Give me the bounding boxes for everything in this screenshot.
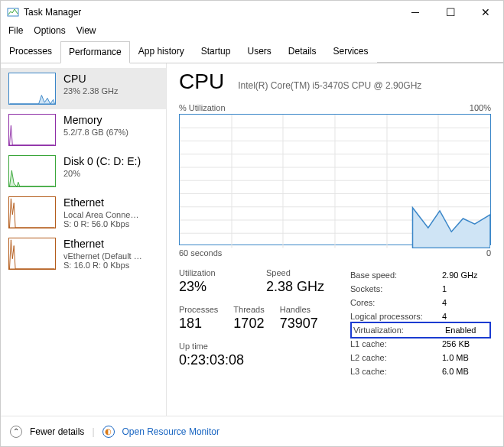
kv-val: 4: [442, 296, 485, 309]
cpu-model: Intel(R) Core(TM) i5-3470S CPU @ 2.90GHz: [238, 80, 421, 91]
page-title: CPU: [179, 70, 224, 94]
ethernet-thumb: [8, 238, 56, 270]
menubar: File Options View: [1, 24, 503, 40]
xaxis-right: 0: [486, 248, 491, 258]
stat-value: 23%: [179, 279, 248, 295]
content: CPU 23% 2.38 GHz Memory 5.2/7.8 GB (67%)…: [1, 63, 503, 416]
menu-view[interactable]: View: [76, 25, 96, 36]
kv-key: Base speed:: [350, 268, 434, 282]
close-button[interactable]: ✕: [468, 1, 503, 24]
kv-val: 1.0 MB: [442, 351, 485, 364]
stat-label: Utilization: [179, 268, 248, 277]
util-label: % Utilization: [179, 103, 226, 112]
minimize-button[interactable]: ─: [398, 1, 433, 24]
tab-app-history[interactable]: App history: [130, 40, 193, 63]
menu-options[interactable]: Options: [34, 25, 65, 36]
sidebar-item-memory[interactable]: Memory 5.2/7.8 GB (67%): [1, 109, 166, 151]
tab-users[interactable]: Users: [239, 40, 279, 63]
tab-performance[interactable]: Performance: [60, 41, 130, 63]
sidebar-item-sub2: S: 16.0 R: 0 Kbps: [63, 261, 142, 270]
sidebar-item-cpu[interactable]: CPU 23% 2.38 GHz: [1, 68, 166, 109]
kv-key: Logical processors:: [350, 309, 434, 323]
fewer-details-link[interactable]: Fewer details: [30, 426, 84, 437]
kv-val: Enabled: [445, 323, 488, 337]
window-title: Task Manager: [24, 7, 81, 18]
sidebar-item-ethernet-1[interactable]: Ethernet Local Area Conne… S: 0 R: 56.0 …: [1, 192, 166, 233]
stat-value: 0:23:03:08: [179, 352, 332, 368]
sidebar-item-label: Memory: [63, 114, 128, 126]
util-max: 100%: [470, 103, 491, 112]
sidebar-item-label: Ethernet: [63, 196, 138, 209]
kv-key: L3 cache:: [350, 364, 434, 378]
tabs: Processes Performance App history Startu…: [1, 40, 503, 63]
kv-key: Sockets:: [350, 282, 434, 296]
kv-val: 4: [442, 309, 485, 323]
kv-val: 1: [442, 282, 485, 296]
bottombar: ⌃ Fewer details | ◐ Open Resource Monito…: [1, 416, 503, 446]
stats: Utilization 23% Speed 2.38 GHz Processes…: [179, 268, 491, 378]
kv-key: L2 cache:: [350, 351, 434, 364]
sidebar-item-sub: vEthernet (Default …: [63, 251, 142, 261]
xaxis-left: 60 seconds: [179, 248, 222, 258]
disk-thumb: [8, 155, 56, 187]
chevron-up-icon[interactable]: ⌃: [10, 426, 22, 438]
stat-label: Processes: [179, 305, 218, 314]
sidebar-item-label: Disk 0 (C: D: E:): [63, 155, 141, 167]
chart-series: [180, 115, 490, 248]
kv-val: 6.0 MB: [442, 364, 485, 378]
sidebar-item-sub: 23% 2.38 GHz: [63, 86, 119, 96]
menu-file[interactable]: File: [8, 25, 23, 36]
open-resource-monitor-link[interactable]: Open Resource Monitor: [122, 426, 219, 437]
memory-thumb: [8, 114, 56, 146]
kv-key: Cores:: [350, 296, 434, 309]
sidebar-item-sub: 5.2/7.8 GB (67%): [63, 128, 128, 137]
virtualization-row: Virtualization:Enabled: [350, 322, 491, 338]
ethernet-thumb: [8, 196, 56, 228]
sidebar-item-disk0[interactable]: Disk 0 (C: D: E:) 20%: [1, 151, 166, 192]
kv-val: 256 KB: [442, 337, 485, 351]
kv-key: L1 cache:: [350, 337, 434, 351]
sidebar-item-sub2: S: 0 R: 56.0 Kbps: [63, 219, 138, 228]
sidebar-item-ethernet-2[interactable]: Ethernet vEthernet (Default … S: 16.0 R:…: [1, 233, 166, 274]
kv-val: 2.90 GHz: [442, 268, 485, 282]
stat-value: 73907: [280, 316, 318, 332]
stat-label: Threads: [233, 305, 264, 314]
cpu-chart[interactable]: [179, 114, 491, 245]
stat-label: Speed: [266, 268, 324, 277]
sidebar: CPU 23% 2.38 GHz Memory 5.2/7.8 GB (67%)…: [1, 63, 167, 416]
maximize-button[interactable]: ☐: [433, 1, 468, 24]
stat-label: Up time: [179, 342, 332, 351]
taskmanager-icon: [7, 6, 19, 18]
tab-startup[interactable]: Startup: [193, 40, 239, 63]
tab-services[interactable]: Services: [325, 40, 377, 63]
tab-details[interactable]: Details: [280, 40, 325, 63]
stat-value: 1702: [233, 316, 264, 332]
resource-monitor-icon[interactable]: ◐: [102, 426, 115, 438]
sidebar-item-label: CPU: [63, 73, 119, 85]
tab-processes[interactable]: Processes: [1, 40, 60, 63]
stat-label: Handles: [280, 305, 318, 314]
titlebar: Task Manager ─ ☐ ✕: [1, 1, 503, 24]
cpu-thumb: [8, 73, 56, 105]
stat-value: 2.38 GHz: [266, 279, 324, 295]
sidebar-item-sub: 20%: [63, 169, 141, 178]
main-panel: CPU Intel(R) Core(TM) i5-3470S CPU @ 2.9…: [167, 63, 503, 416]
stat-value: 181: [179, 316, 218, 332]
sidebar-item-sub: Local Area Conne…: [63, 210, 138, 219]
sidebar-item-label: Ethernet: [63, 238, 142, 250]
kv-key: Virtualization:: [353, 323, 437, 337]
